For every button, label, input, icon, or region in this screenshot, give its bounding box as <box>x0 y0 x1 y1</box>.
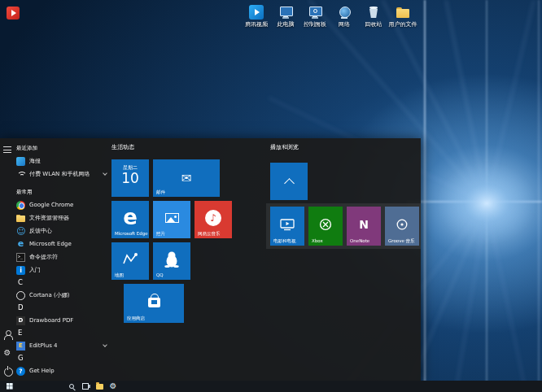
tile-label: Xbox <box>312 238 323 243</box>
poster-app-icon <box>16 157 25 166</box>
settings-button[interactable]: ⚙ <box>2 348 12 358</box>
tile-xbox[interactable]: Xbox <box>308 207 343 246</box>
desktop-icon-user-files[interactable]: 用户的文件 <box>388 5 417 28</box>
windows-desktop: 腾讯视频 此电脑 控制面板 网络 回收站 用户的文件 ⚙ 最近添加 海报 <box>0 0 542 392</box>
alpha-section-letter[interactable]: E <box>15 327 109 339</box>
app-list-item-label: Cortana (小娜) <box>29 291 70 299</box>
hamburger-icon[interactable] <box>2 145 12 155</box>
tile-store[interactable]: 应用商店 <box>124 284 184 323</box>
alpha-section-letter[interactable]: C <box>15 277 109 289</box>
app-list-item[interactable]: Microsoft Edge <box>15 237 109 250</box>
search-icon <box>69 384 75 390</box>
chrome-icon <box>16 201 25 210</box>
search-button[interactable] <box>65 381 78 392</box>
recycle-bin-icon <box>366 5 381 20</box>
taskbar: ⚙ <box>0 381 542 392</box>
app-list-item[interactable]: 海报 <box>15 155 109 168</box>
app-list-item[interactable]: Get Help <box>15 364 109 377</box>
user-account-button[interactable] <box>2 330 12 340</box>
tile-label: 电影和电视 <box>273 238 296 243</box>
desktop-icon-this-pc[interactable]: 此电脑 <box>271 5 300 28</box>
tile-label: 地图 <box>115 272 124 277</box>
file-explorer-icon <box>16 214 25 223</box>
tile-qq[interactable]: QQ <box>153 242 190 280</box>
onenote-n-icon: N <box>359 219 369 230</box>
desktop-icon-network[interactable]: 网络 <box>330 5 359 28</box>
tile-label: OneNote <box>350 238 369 243</box>
app-list-item[interactable]: Cortana (小娜) <box>15 289 109 302</box>
penguin-icon <box>164 250 180 268</box>
app-list-item-label: Get Help <box>29 368 55 374</box>
app-list-item-label: 命令提示符 <box>29 253 58 261</box>
app-list-item-label: 文件资源管理器 <box>29 214 69 222</box>
app-list-item[interactable]: EditPlus 4 <box>15 339 109 352</box>
app-list-item[interactable]: Drawboard PDF <box>15 314 109 327</box>
music-note-icon <box>205 210 221 226</box>
tile-folder-collapse[interactable] <box>270 163 308 200</box>
start-button[interactable] <box>3 381 16 392</box>
tile-mail[interactable]: ✉ 邮件 <box>153 159 220 197</box>
tile-edge[interactable]: e Microsoft Edge <box>111 201 149 238</box>
photo-icon <box>165 213 179 223</box>
app-list-item[interactable]: 反馈中心 <box>15 224 109 237</box>
editplus-icon <box>16 342 25 351</box>
taskbar-settings-button[interactable]: ⚙ <box>107 381 120 392</box>
this-pc-icon <box>278 5 293 20</box>
start-menu: ⚙ 最近添加 海报 付费 WLAN 和手机网络 最常用 Google Chrom… <box>0 138 421 382</box>
chevron-down-icon[interactable] <box>103 171 107 176</box>
file-explorer-button[interactable] <box>93 381 106 392</box>
desktop-icon-recycle-bin[interactable]: 回收站 <box>359 5 388 28</box>
movies-tv-icon <box>280 218 295 231</box>
groove-record-icon <box>396 218 409 231</box>
app-list-item-label: 反馈中心 <box>29 227 52 235</box>
desktop-icon-control-panel[interactable]: 控制面板 <box>300 5 330 28</box>
tile-label: 照片 <box>156 231 165 236</box>
app-list-item[interactable]: 付费 WLAN 和手机网络 <box>15 168 109 181</box>
tile-movies-tv[interactable]: 电影和电视 <box>270 207 304 246</box>
tile-netease-music[interactable]: 网易云音乐 <box>195 201 232 238</box>
tile-onenote[interactable]: N OneNote <box>347 207 381 246</box>
app-list-item-label: 付费 WLAN 和手机网络 <box>29 170 90 178</box>
cortana-icon <box>16 291 25 300</box>
desktop-icon-video-app[interactable]: 腾讯视频 <box>242 5 271 28</box>
envelope-icon: ✉ <box>181 172 192 185</box>
tile-calendar[interactable]: 星期二 10 <box>111 159 149 197</box>
command-prompt-icon <box>16 253 25 262</box>
app-list-item-label: 入门 <box>29 266 41 274</box>
xbox-icon <box>319 218 332 231</box>
app-list-item[interactable]: 入门 <box>15 264 109 277</box>
user-icon <box>2 330 12 340</box>
alpha-section-letter[interactable]: G <box>15 352 109 364</box>
gear-icon: ⚙ <box>4 348 11 357</box>
desktop-icon-label: 回收站 <box>359 21 388 28</box>
edge-icon <box>16 240 25 249</box>
tile-photos[interactable]: 照片 <box>153 201 190 238</box>
calendar-date: 10 <box>111 170 149 186</box>
app-list-item[interactable]: 文件资源管理器 <box>15 211 109 224</box>
user-files-icon <box>396 5 410 20</box>
tile-groove-music[interactable]: Groove 音乐 <box>385 207 419 246</box>
app-list-item-label: Microsoft Edge <box>29 241 72 247</box>
tile-label: Microsoft Edge <box>115 231 148 236</box>
app-list-item[interactable]: Google Chrome <box>15 198 109 211</box>
chevron-down-icon[interactable] <box>103 342 107 347</box>
app-list-item-label: EditPlus 4 <box>29 342 57 349</box>
app-list: 最近添加 海报 付费 WLAN 和手机网络 最常用 Google Chrome … <box>15 142 109 377</box>
tile-group-header[interactable]: 生活动态 <box>111 143 134 151</box>
tips-icon <box>16 266 25 275</box>
app-list-item[interactable]: 命令提示符 <box>15 250 109 264</box>
file-explorer-icon <box>96 384 103 390</box>
alpha-section-letter[interactable]: D <box>15 302 109 314</box>
tile-maps[interactable]: 地图 <box>111 242 149 280</box>
video-app-icon <box>249 5 264 20</box>
tile-label: 网易云音乐 <box>198 231 221 236</box>
desktop-icon-label: 控制面板 <box>300 21 330 28</box>
red-app-shortcut-icon[interactable] <box>7 7 20 20</box>
task-view-button[interactable] <box>79 381 92 392</box>
desktop-icon-label: 此电脑 <box>271 21 300 28</box>
tile-group-header[interactable]: 播放和浏览 <box>270 143 299 151</box>
edge-e-icon: e <box>123 207 138 228</box>
drawboard-icon <box>16 316 25 325</box>
power-button[interactable] <box>2 366 12 376</box>
power-icon <box>2 366 12 376</box>
